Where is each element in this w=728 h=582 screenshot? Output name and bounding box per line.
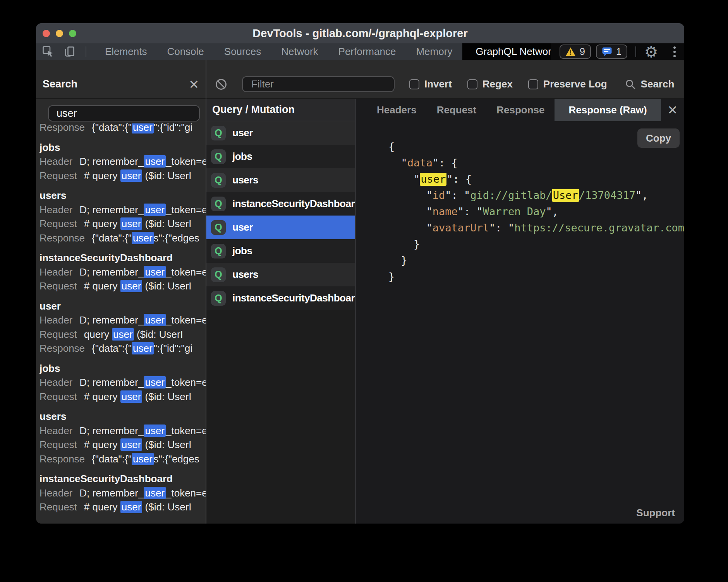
search-result-line[interactable]: HeaderD; remember_user_token=e <box>39 154 206 169</box>
window-controls <box>43 23 76 43</box>
filter-input[interactable] <box>242 76 395 92</box>
devtools-tab-sources[interactable]: Sources <box>214 43 271 60</box>
query-row-jobs[interactable]: Qjobs <box>206 239 355 263</box>
search-result-entry[interactable]: jobsHeaderD; remember_user_token=eReques… <box>39 361 206 404</box>
query-type-badge: Q <box>211 126 226 140</box>
search-result-entry[interactable]: instanceSecurityDashboardHeaderD; rememb… <box>39 472 206 514</box>
warnings-badge[interactable]: 9 <box>560 45 591 59</box>
search-result-line[interactable]: HeaderD; remember_user_token=e <box>39 265 206 279</box>
search-input[interactable] <box>48 105 200 122</box>
search-result-line[interactable]: Request# query user ($id: UserI <box>39 169 206 183</box>
messages-badge[interactable]: 1 <box>596 45 627 59</box>
left-panel-divider[interactable] <box>206 60 206 524</box>
devtools-tab-memory[interactable]: Memory <box>406 43 462 60</box>
search-result-line[interactable]: HeaderD; remember_user_token=e <box>39 203 206 217</box>
search-result-text: # query user ($id: UserI <box>84 438 192 451</box>
search-result-entry[interactable]: usersHeaderD; remember_user_token=eReque… <box>39 409 206 466</box>
minimize-window-button[interactable] <box>56 30 63 37</box>
search-result-line[interactable]: Response{"data":{"users":{"edges <box>39 231 206 245</box>
query-type-badge: Q <box>211 267 226 282</box>
checkbox-invert[interactable]: Invert <box>409 78 452 90</box>
search-result-entry[interactable]: usersHeaderD; remember_user_token=eReque… <box>39 188 206 245</box>
search-result-line[interactable]: HeaderD; remember_user_token=e <box>39 375 206 390</box>
query-type-badge: Q <box>211 197 226 211</box>
search-match-highlight: user <box>120 280 143 292</box>
close-search-icon[interactable]: × <box>189 79 199 90</box>
search-result-entry[interactable]: jobsHeaderD; remember_user_token=eReques… <box>39 140 206 183</box>
query-row-user[interactable]: Quser <box>206 121 355 145</box>
search-match-highlight: user <box>120 438 143 451</box>
filter-checkboxes: InvertRegexPreserve Log <box>409 78 607 90</box>
settings-gear-icon[interactable]: ⚙ <box>644 44 658 60</box>
inspect-element-icon[interactable] <box>42 46 54 58</box>
search-results-list[interactable]: Response{"data":{"user":{"id":"gijobsHea… <box>36 123 206 524</box>
search-result-line[interactable]: Response{"data":{"user":{"id":"gi <box>39 123 206 135</box>
search-result-entry[interactable]: userHeaderD; remember_user_token=eReques… <box>39 299 206 356</box>
right-panel-divider[interactable] <box>355 99 356 524</box>
search-result-label: Header <box>39 425 72 436</box>
search-result-text: # query user ($id: UserI <box>84 169 192 182</box>
search-result-label: Request <box>39 501 77 513</box>
query-type-badge: Q <box>211 173 226 188</box>
query-type-badge: Q <box>211 149 226 164</box>
query-row-user[interactable]: Quser <box>206 216 355 239</box>
search-result-label: Response <box>39 342 85 354</box>
devtools-tab-performance[interactable]: Performance <box>328 43 406 60</box>
checkbox-box[interactable] <box>528 79 538 89</box>
query-row-instancesecuritydashboard[interactable]: QinstanceSecurityDashboard <box>206 192 355 216</box>
search-match-highlight: user <box>132 232 154 244</box>
search-result-line[interactable]: HeaderD; remember_user_token=e <box>39 424 206 438</box>
search-result-label: Header <box>39 314 72 326</box>
device-toolbar-icon[interactable] <box>64 46 76 58</box>
search-match-highlight: user <box>132 453 154 465</box>
kebab-menu-icon[interactable] <box>672 45 677 59</box>
devtools-tab-network[interactable]: Network <box>271 43 328 60</box>
warning-count: 9 <box>580 46 585 57</box>
search-result-line[interactable]: HeaderD; remember_user_token=e <box>39 313 206 327</box>
search-result-title: jobs <box>39 361 206 376</box>
search-result-line[interactable]: Request# query user ($id: UserI <box>39 390 206 404</box>
support-link[interactable]: Support <box>636 507 675 519</box>
detail-tab-headers[interactable]: Headers <box>367 99 427 121</box>
search-result-line[interactable]: Request# query user ($id: UserI <box>39 217 206 231</box>
detail-tab-response[interactable]: Response <box>486 99 555 121</box>
query-row-users[interactable]: Qusers <box>206 263 355 286</box>
search-match-highlight: user <box>132 123 154 134</box>
detail-tab-request[interactable]: Request <box>427 99 487 121</box>
search-result-line[interactable]: Requestquery user ($id: UserI <box>39 327 206 342</box>
search-result-line[interactable]: Request# query user ($id: UserI <box>39 279 206 293</box>
clear-log-icon[interactable] <box>215 78 227 91</box>
checkbox-box[interactable] <box>409 79 419 89</box>
search-match-highlight: user <box>120 501 143 513</box>
search-result-text: # query user ($id: UserI <box>84 501 192 513</box>
query-rows: QuserQjobsQusersQinstanceSecurityDashboa… <box>206 121 355 310</box>
devtools-tab-elements[interactable]: Elements <box>95 43 157 60</box>
search-result-line[interactable]: Request# query user ($id: UserI <box>39 500 206 514</box>
search-result-entry[interactable]: Response{"data":{"user":{"id":"gi <box>39 123 206 135</box>
devtools-tab-strip: ElementsConsoleSourcesNetworkPerformance… <box>95 43 462 60</box>
search-result-text: D; remember_user_token=e <box>79 425 206 437</box>
checkbox-regex[interactable]: Regex <box>467 78 513 90</box>
json-line: "name": "Warren Day", <box>388 205 684 222</box>
checkbox-preserve-log[interactable]: Preserve Log <box>528 78 607 90</box>
search-result-line[interactable]: Request# query user ($id: UserI <box>39 438 206 452</box>
query-row-instancesecuritydashboard[interactable]: QinstanceSecurityDashboard <box>206 286 355 310</box>
toolbar-icons <box>36 43 86 60</box>
devtools-tab-console[interactable]: Console <box>157 43 214 60</box>
response-raw-view: Copy { "data": { "user": { "id": "gid://… <box>356 121 684 524</box>
close-detail-icon[interactable]: × <box>668 104 677 116</box>
search-result-entry[interactable]: instanceSecurityDashboardHeaderD; rememb… <box>39 251 206 293</box>
query-row-jobs[interactable]: Qjobs <box>206 145 355 168</box>
close-window-button[interactable] <box>43 30 50 37</box>
search-panel-title: Search <box>43 78 77 90</box>
tab-response-raw[interactable]: Response (Raw) <box>555 99 661 121</box>
request-detail-panel: HeadersRequestResponse Response (Raw) × … <box>356 99 684 524</box>
search-result-line[interactable]: HeaderD; remember_user_token=e <box>39 486 206 500</box>
query-row-users[interactable]: Qusers <box>206 168 355 192</box>
checkbox-box[interactable] <box>467 79 477 89</box>
search-result-line[interactable]: Response{"data":{"users":{"edges <box>39 452 206 466</box>
search-toggle[interactable]: Search <box>625 78 675 90</box>
search-result-text: D; remember_user_token=e <box>79 204 206 216</box>
search-result-line[interactable]: Response{"data":{"user":{"id":"gi <box>39 341 206 356</box>
zoom-window-button[interactable] <box>69 30 76 37</box>
